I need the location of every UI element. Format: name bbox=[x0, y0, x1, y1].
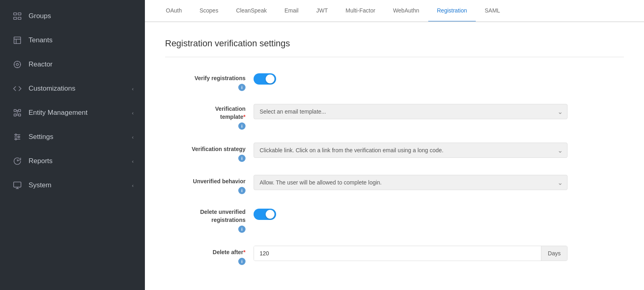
tab-scopes[interactable]: Scopes bbox=[191, 0, 227, 22]
tenants-icon bbox=[12, 35, 22, 45]
info-icon-verification-template[interactable]: i bbox=[238, 122, 246, 130]
sidebar-item-label: Settings bbox=[29, 133, 53, 141]
svg-point-8 bbox=[14, 61, 21, 68]
tab-jwt[interactable]: JWT bbox=[308, 0, 337, 22]
svg-rect-4 bbox=[14, 37, 21, 44]
control-verification-strategy: Clickable link. Click on a link from the… bbox=[254, 143, 568, 158]
reports-icon bbox=[12, 156, 22, 166]
form-row-verify-registrations: Verify registrations i bbox=[165, 72, 624, 91]
content-area: Registration verification settings Verif… bbox=[145, 22, 644, 290]
sidebar-item-entity-management[interactable]: Entity Management ‹ bbox=[0, 101, 145, 125]
control-verification-template: Select an email template... ⌄ bbox=[254, 104, 568, 119]
section-title: Registration verification settings bbox=[165, 38, 624, 49]
sidebar-item-label: Customizations bbox=[29, 85, 75, 93]
select-email-template[interactable]: Select an email template... bbox=[254, 104, 568, 119]
svg-rect-15 bbox=[14, 114, 17, 116]
label-verification-template: Verification template* i bbox=[165, 104, 246, 130]
svg-rect-0 bbox=[14, 13, 17, 15]
form-row-unverified-behavior: Unverified behavior i Allow. The user wi… bbox=[165, 175, 624, 194]
sidebar-item-system[interactable]: System ‹ bbox=[0, 173, 145, 197]
svg-point-24 bbox=[18, 136, 20, 138]
sidebar-item-label: System bbox=[29, 181, 52, 189]
label-delete-after: Delete after* i bbox=[165, 246, 246, 265]
select-wrapper-strategy: Clickable link. Click on a link from the… bbox=[254, 143, 568, 158]
chevron-icon: ‹ bbox=[132, 134, 134, 140]
toggle-thumb bbox=[266, 75, 275, 83]
sidebar-item-label: Entity Management bbox=[29, 109, 87, 117]
sidebar-item-label: Reactor bbox=[29, 60, 53, 68]
customizations-icon bbox=[12, 84, 22, 93]
svg-point-25 bbox=[15, 139, 17, 140]
chevron-icon: ‹ bbox=[132, 86, 134, 92]
tab-webauthn[interactable]: WebAuthn bbox=[384, 0, 428, 22]
toggle-thumb bbox=[266, 210, 275, 219]
tab-registration[interactable]: Registration bbox=[428, 0, 476, 22]
chevron-icon: ‹ bbox=[132, 182, 134, 188]
sidebar-item-reactor[interactable]: Reactor bbox=[0, 52, 145, 77]
control-delete-unverified bbox=[254, 207, 568, 220]
sidebar-item-settings[interactable]: Settings ‹ bbox=[0, 125, 145, 149]
control-unverified-behavior: Allow. The user will be allowed to compl… bbox=[254, 175, 568, 190]
toggle-track bbox=[254, 73, 276, 85]
svg-point-23 bbox=[15, 134, 17, 136]
svg-rect-28 bbox=[14, 182, 21, 187]
form-row-delete-unverified: Delete unverified registrations i bbox=[165, 207, 624, 233]
tab-cleanspeak[interactable]: CleanSpeak bbox=[227, 0, 275, 22]
control-verify-registrations bbox=[254, 72, 568, 85]
tab-bar: OAuth Scopes CleanSpeak Email JWT Multi-… bbox=[145, 0, 644, 22]
entity-icon bbox=[12, 108, 22, 118]
svg-point-7 bbox=[16, 63, 19, 66]
delete-after-input[interactable] bbox=[254, 246, 541, 261]
settings-icon bbox=[12, 132, 22, 142]
delete-after-input-wrapper: Days bbox=[254, 246, 568, 261]
tab-multifactor[interactable]: Multi-Factor bbox=[336, 0, 384, 22]
chevron-icon: ‹ bbox=[132, 158, 134, 164]
groups-icon bbox=[12, 11, 22, 21]
info-icon-delete-unverified[interactable]: i bbox=[238, 226, 246, 233]
sidebar-item-label: Reports bbox=[29, 157, 53, 165]
system-icon bbox=[12, 180, 22, 190]
label-delete-unverified: Delete unverified registrations i bbox=[165, 207, 246, 233]
sidebar-item-reports[interactable]: Reports ‹ bbox=[0, 149, 145, 173]
form-row-verification-strategy: Verification strategy i Clickable link. … bbox=[165, 143, 624, 162]
sidebar: Groups Tenants Reactor bbox=[0, 0, 145, 290]
sidebar-item-groups[interactable]: Groups bbox=[0, 4, 145, 28]
sidebar-item-label: Groups bbox=[29, 12, 51, 20]
tab-saml[interactable]: SAML bbox=[476, 0, 509, 22]
reactor-icon bbox=[12, 60, 22, 69]
sidebar-item-tenants[interactable]: Tenants bbox=[0, 28, 145, 52]
select-wrapper-behavior: Allow. The user will be allowed to compl… bbox=[254, 175, 568, 190]
delete-after-suffix: Days bbox=[541, 246, 567, 261]
svg-rect-1 bbox=[18, 13, 21, 15]
sidebar-item-customizations[interactable]: Customizations ‹ bbox=[0, 77, 145, 101]
select-wrapper-template: Select an email template... ⌄ bbox=[254, 104, 568, 119]
info-icon-verify-registrations[interactable]: i bbox=[238, 84, 246, 91]
toggle-track bbox=[254, 209, 276, 220]
svg-rect-14 bbox=[19, 110, 21, 112]
toggle-verify-registrations[interactable] bbox=[254, 73, 276, 85]
section-divider bbox=[165, 57, 624, 57]
tab-oauth[interactable]: OAuth bbox=[157, 0, 191, 22]
control-delete-after: Days bbox=[254, 246, 568, 261]
main-area: OAuth Scopes CleanSpeak Email JWT Multi-… bbox=[145, 0, 644, 290]
svg-rect-16 bbox=[19, 114, 21, 116]
form-row-verification-template: Verification template* i Select an email… bbox=[165, 104, 624, 130]
svg-rect-13 bbox=[14, 110, 17, 112]
select-unverified-behavior[interactable]: Allow. The user will be allowed to compl… bbox=[254, 175, 568, 190]
svg-rect-3 bbox=[18, 17, 21, 20]
label-verify-registrations: Verify registrations i bbox=[165, 72, 246, 91]
info-icon-delete-after[interactable]: i bbox=[238, 258, 246, 265]
chevron-icon: ‹ bbox=[132, 110, 134, 116]
tab-email[interactable]: Email bbox=[276, 0, 308, 22]
svg-rect-2 bbox=[14, 17, 17, 20]
label-verification-strategy: Verification strategy i bbox=[165, 143, 246, 162]
info-icon-verification-strategy[interactable]: i bbox=[238, 155, 246, 162]
info-icon-unverified-behavior[interactable]: i bbox=[238, 187, 246, 194]
sidebar-item-label: Tenants bbox=[29, 36, 53, 44]
toggle-delete-unverified[interactable] bbox=[254, 209, 276, 220]
select-verification-strategy[interactable]: Clickable link. Click on a link from the… bbox=[254, 143, 568, 158]
form-row-delete-after: Delete after* i Days bbox=[165, 246, 624, 265]
label-unverified-behavior: Unverified behavior i bbox=[165, 175, 246, 194]
